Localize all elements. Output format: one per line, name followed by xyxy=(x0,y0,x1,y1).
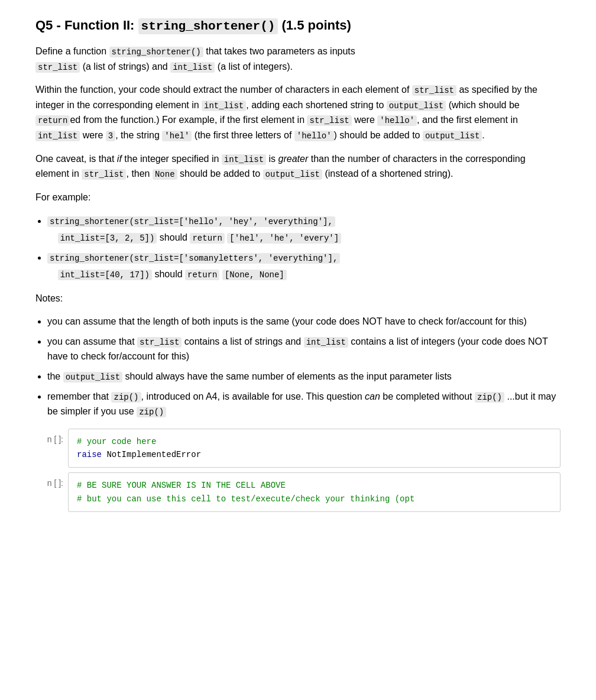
example1-code2: int_list=[3, 2, 5]) xyxy=(58,233,157,244)
p2-hello2: 'hello' xyxy=(294,131,334,141)
cell-2-label: n [ ]: xyxy=(35,472,68,512)
example-label-text: For example: xyxy=(35,192,90,202)
cell-1-label: n [ ]: xyxy=(35,429,68,468)
p1-func: string_shortener() xyxy=(109,47,203,57)
example1-result: ['hel', 'he', 'every'] xyxy=(227,233,341,244)
p2-text5: ed from the function.) For example, if t… xyxy=(70,115,307,125)
p1-text3: (a list of strings) and xyxy=(80,61,170,72)
note-item-1: you can assume that the length of both i… xyxy=(47,314,561,329)
cell-1-raise-rest: NotImplementedError xyxy=(102,450,201,459)
p2-text10: (the first three letters of xyxy=(192,130,294,140)
p1-int-list: int_list xyxy=(170,62,215,73)
p1-text4: (a list of integers). xyxy=(215,61,293,72)
cell-1-comment: # your code here xyxy=(77,437,156,446)
cell-2-comment2: # but you can use this cell to test/exec… xyxy=(77,494,414,504)
p2-int-list: int_list xyxy=(202,101,246,111)
cell-1-raise-keyword: raise xyxy=(77,450,102,459)
p3-text1: One caveat, is that xyxy=(35,154,117,164)
p3-text6: should be added to xyxy=(177,168,263,179)
note4-zip3: zip() xyxy=(137,407,166,417)
cell-2-body[interactable]: # BE SURE YOUR ANSWER IS IN THE CELL ABO… xyxy=(68,472,561,512)
p3-text7: (instead of a shortened string). xyxy=(322,168,453,179)
notes-list: you can assume that the length of both i… xyxy=(47,314,561,419)
p2-text3: , adding each shortened string to xyxy=(246,100,387,110)
p2-text9: , the string xyxy=(115,130,162,140)
p2-hello: 'hello' xyxy=(377,115,417,126)
p3-none: None xyxy=(153,169,177,180)
example-item-2: string_shortener(str_list=['somanyletter… xyxy=(47,249,561,283)
title-function: string_shortener() xyxy=(138,18,278,34)
paragraph-within: Within the function, your code should ex… xyxy=(35,82,561,142)
note-item-3: the output_list should always have the s… xyxy=(47,369,561,384)
p3-int-list: int_list xyxy=(222,154,266,165)
p3-text2: the integer specified in xyxy=(122,154,222,164)
main-content: Q5 - Function II: string_shortener() (1.… xyxy=(0,0,596,526)
note-item-2: you can assume that str_list contains a … xyxy=(47,334,561,364)
note-item-4: remember that zip(), introduced on A4, i… xyxy=(47,389,561,419)
example2-result: [None, None] xyxy=(222,270,287,280)
p2-hel: 'hel' xyxy=(162,131,192,141)
note4-zip2: zip() xyxy=(475,392,504,403)
p2-int-list2: int_list xyxy=(35,131,80,141)
cell-1-code[interactable]: # your code here raise NotImplementedErr… xyxy=(77,435,552,462)
note4-zip1: zip() xyxy=(111,392,141,403)
note2-str-list: str_list xyxy=(137,337,182,348)
cell-1-label-text: n [ ]: xyxy=(47,435,63,444)
paragraph-caveat: One caveat, is that if the integer speci… xyxy=(35,151,561,182)
example2-return: return xyxy=(185,270,219,280)
p2-output-list: output_list xyxy=(387,101,446,111)
notes-label: Notes: xyxy=(35,291,561,306)
cell-2-comment1: # BE SURE YOUR ANSWER IS IN THE CELL ABO… xyxy=(77,481,286,490)
p2-str-list: str_list xyxy=(412,85,456,96)
p3-text5: , then xyxy=(126,168,152,179)
p2-return: return xyxy=(35,115,70,126)
question-title: Q5 - Function II: string_shortener() (1.… xyxy=(35,18,561,33)
p2-text11: ) should be added to xyxy=(334,130,423,140)
example1-code1: string_shortener(str_list=['hello', 'hey… xyxy=(47,216,335,227)
title-suffix: (1.5 points) xyxy=(278,18,351,33)
p3-output-list: output_list xyxy=(263,169,322,180)
p1-text2: that takes two parameters as inputs xyxy=(203,46,355,56)
p2-text7: , and the first element in xyxy=(417,115,518,125)
example2-code2: int_list=[40, 17]) xyxy=(58,270,152,280)
p3-if: if xyxy=(117,154,122,164)
p1-str-list: str_list xyxy=(35,62,80,73)
title-prefix: Q5 - Function II: xyxy=(35,18,138,33)
p2-text1: Within the function, your code should ex… xyxy=(35,85,412,95)
p3-str-list: str_list xyxy=(82,169,126,180)
note4-can: can xyxy=(365,391,380,401)
p2-text12: . xyxy=(482,130,484,140)
p3-text3: is xyxy=(266,154,278,164)
note2-int-list: int_list xyxy=(304,337,348,348)
cell-2: n [ ]: # BE SURE YOUR ANSWER IS IN THE C… xyxy=(35,472,561,512)
p2-output-list2: output_list xyxy=(423,131,482,141)
p2-text6: were xyxy=(352,115,378,125)
cell-1: n [ ]: # your code here raise NotImpleme… xyxy=(35,429,561,468)
p2-three: 3 xyxy=(106,131,115,141)
cell-2-label-text: n [ ]: xyxy=(47,478,63,488)
p2-text4: (which should be xyxy=(446,100,520,110)
examples-list: string_shortener(str_list=['hello', 'hey… xyxy=(47,213,561,282)
p2-text8: were xyxy=(80,130,106,140)
p2-str-list2: str_list xyxy=(307,115,351,126)
example2-code1: string_shortener(str_list=['somanyletter… xyxy=(47,253,340,264)
cell-1-body[interactable]: # your code here raise NotImplementedErr… xyxy=(68,429,561,468)
example-item-1: string_shortener(str_list=['hello', 'hey… xyxy=(47,213,561,246)
for-example-label: For example: xyxy=(35,190,561,205)
cells-container: n [ ]: # your code here raise NotImpleme… xyxy=(35,429,561,513)
paragraph-define: Define a function string_shortener() tha… xyxy=(35,44,561,74)
example1-return: return xyxy=(190,233,224,244)
cell-2-code[interactable]: # BE SURE YOUR ANSWER IS IN THE CELL ABO… xyxy=(77,479,552,505)
p1-text1: Define a function xyxy=(35,46,109,56)
note3-output-list: output_list xyxy=(63,372,122,383)
p3-greater: greater xyxy=(278,154,309,164)
notes-label-text: Notes: xyxy=(35,293,63,303)
